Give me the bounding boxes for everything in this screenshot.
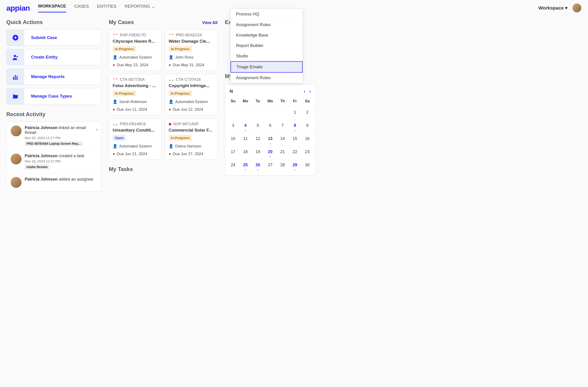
case-id-row: ⌃⌃CTA-0D7735A [113,77,158,82]
calendar-day[interactable]: 8 [289,120,301,133]
nav-cases[interactable]: CASES [74,4,89,12]
calendar-day[interactable]: 17 [227,146,239,159]
nav-workspace[interactable]: WORKSPACE [38,4,66,12]
view-all-link[interactable]: View All [202,21,218,25]
calendar-day[interactable]: 6 [264,120,276,133]
status-badge: Open [113,135,126,141]
calendar-day[interactable]: 9 [301,120,314,133]
middle-column: My Cases View All ⌃⌃RSP-F8E6C7DCityscape… [109,19,218,192]
case-card[interactable]: ⌃⌃CTA-0D7735AFalse Advertising - ...In P… [109,74,162,115]
caret-down-icon: ▾ [565,5,567,11]
calendar-header: N ‹ › [227,87,314,97]
activity-tag: PRD-387BAB4 Laptop Screen Rep... [25,141,83,146]
menu-item[interactable]: Assignment Rules [231,73,303,83]
calendar-day[interactable]: 24 [227,159,239,172]
calendar-day[interactable]: 18 [239,146,252,159]
quick-action-submit-case[interactable]: Submit Case [6,29,102,46]
calendar-day[interactable]: 22 [289,146,301,159]
calendar-day[interactable]: 13 [264,133,276,146]
calendar-day[interactable]: 20 [264,146,276,159]
case-title: Commercial Solar F... [169,128,214,133]
right-column: Ex Process HQAssignment RulesKnowledge B… [225,19,315,192]
calendar-day[interactable]: 11 [239,133,252,146]
nav-reporting[interactable]: REPORTING ⌄ [125,4,155,12]
calendar-day[interactable]: 16 [301,133,314,146]
chevron-right-icon: › [96,127,98,132]
menu-item[interactable]: Knowledge Base [231,30,303,40]
case-id-row: ⌃⌃PRD-8EAE22A [169,33,214,37]
menu-item[interactable]: Report Builder [231,40,303,51]
menu-item[interactable]: Assignment Rules [231,20,303,30]
activity-text: Patricia Johnson created a task [25,154,97,158]
calendar-day[interactable]: 7 [276,120,289,133]
activity-item[interactable]: Patricia Johnson created a task Nov 15, … [7,150,101,173]
user-avatar[interactable] [572,3,582,13]
my-tasks-title: My Tasks [109,166,218,172]
case-title: False Advertising - ... [113,83,158,88]
menu-item[interactable]: Process HQ [231,9,303,20]
calendar-day[interactable]: 15 [289,133,301,146]
calendar-day[interactable]: 27 [264,159,276,172]
case-id: PRD-D9148C8 [120,122,146,126]
calendar-day[interactable]: 5 [252,120,264,133]
case-due: ●Due Jun 27, 2024 [169,152,214,156]
case-card[interactable]: ⌃⌃PRD-8EAE22AWater Damage Cle...In Progr… [165,29,218,71]
recent-activity-title: Recent Activity [6,111,102,117]
calendar-nav: ‹ › [304,89,311,94]
calendar-day[interactable]: 4 [239,120,252,133]
calendar-day[interactable]: 21 [276,146,289,159]
plus-circle-icon [7,30,24,46]
case-due: ●Due Jun 11, 2024 [113,107,158,112]
calendar-day[interactable]: 19 [252,146,264,159]
case-card[interactable]: ⌄⌄PRD-D9148C8Unsanitary Conditi...Open👤A… [109,118,162,160]
quick-actions-title: Quick Actions [6,19,102,25]
calendar-day[interactable]: 29 [289,159,301,172]
left-column: Quick Actions Submit Case Create Entity … [6,19,102,192]
calendar-day[interactable]: 26 [252,159,264,172]
workspace-dropdown[interactable]: Workspace ▾ [538,5,567,11]
case-card[interactable]: ⬣SOP-6971ADFCommercial Solar F...In Prog… [165,118,218,160]
calendar-day[interactable]: 25 [239,159,252,172]
user-icon: 👤 [113,55,117,60]
calendar-day [276,107,289,120]
quick-action-manage-reports[interactable]: Manage Reports [6,68,102,85]
calendar-day[interactable]: 2 [301,107,314,120]
calendar-month: N [230,89,233,94]
quick-action-manage-case-types[interactable]: Manage Case Types [6,88,102,104]
calendar-day[interactable]: 14 [276,133,289,146]
activity-item[interactable]: Patricia Johnson added an assignee [7,173,101,191]
calendar-day[interactable]: 23 [301,146,314,159]
case-card[interactable]: ⌄⌄CTA-C737A18Copyright Infringe...In Pro… [165,74,218,115]
calendar-day[interactable]: 10 [227,133,239,146]
nav-entities[interactable]: ENTITIES [97,4,117,12]
svg-rect-2 [13,77,14,79]
calendar-next-icon[interactable]: › [309,89,311,94]
calendar-day[interactable]: 28 [276,159,289,172]
menu-item[interactable]: Studio [231,51,303,61]
calendar-dow: Mo [239,97,252,107]
activity-tag: Intake Review [25,164,49,169]
workspace-menu: Process HQAssignment RulesKnowledge Base… [230,9,303,83]
case-title: Cityscape Haven R... [113,39,158,44]
logo: appian [6,4,30,12]
menu-item[interactable]: Triage Emails [231,61,303,73]
activity-body: Patricia Johnson created a task Nov 15, … [25,154,97,169]
case-card[interactable]: ⌃⌃RSP-F8E6C7DCityscape Haven R...In Prog… [109,29,162,71]
activity-item[interactable]: Patricia Johnson linked an email thread … [7,122,101,150]
calendar-prev-icon[interactable]: ‹ [304,89,305,94]
alert-icon: ● [113,152,115,156]
quick-action-create-entity[interactable]: Create Entity [6,49,102,65]
calendar-day[interactable]: 3 [227,120,239,133]
case-assignee: 👤John Ross [169,55,214,60]
case-id-row: ⌃⌃RSP-F8E6C7D [113,33,158,37]
priority-low-icon: ⌄⌄ [169,78,174,81]
calendar-day[interactable]: 12 [252,133,264,146]
calendar: N ‹ › SuMoTuWeThFrSa12345678910111213141… [225,84,315,175]
priority-high-icon: ⌃⌃ [169,33,174,37]
calendar-day[interactable]: 1 [289,107,301,120]
activity-text: Patricia Johnson added an assignee [25,177,97,182]
avatar [11,125,21,136]
main: Quick Actions Submit Case Create Entity … [0,13,588,198]
user-icon: 👤 [169,99,173,104]
calendar-day[interactable]: 30 [301,159,314,172]
